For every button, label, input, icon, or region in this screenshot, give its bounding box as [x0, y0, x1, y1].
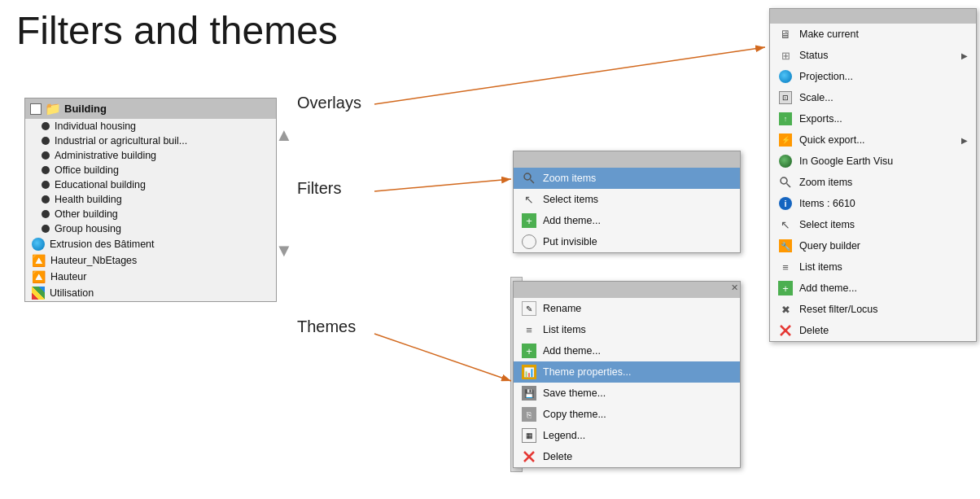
right-menu-item[interactable]: ↖ Select items	[770, 214, 976, 235]
themes-menu-item[interactable]: ✎ Rename	[514, 298, 740, 319]
right-menu-item[interactable]: ↑ Exports...	[770, 108, 976, 129]
layer-item[interactable]: Utilisation	[25, 285, 276, 301]
layer-item-label: Educational building	[55, 179, 146, 190]
scroll-down-arrow: ▼	[275, 242, 293, 260]
menu-item-icon: ↑	[778, 112, 793, 126]
menu-item-label: Add theme...	[543, 215, 732, 226]
layer-panel: 📁 Building Individual housingIndustrial …	[24, 98, 277, 302]
right-menu-item[interactable]: Zoom items	[770, 172, 976, 193]
layer-item-label: Utilisation	[50, 287, 94, 299]
menu-item-label: Save theme...	[543, 387, 732, 399]
qb-icon: 🔧	[779, 239, 792, 252]
layer-item[interactable]: Industrial or agricultural buil...	[25, 134, 276, 148]
menu-item-label: Status	[799, 50, 955, 61]
menu-item-label: Make current	[799, 28, 968, 40]
layer-items-list: Individual housingIndustrial or agricult…	[25, 119, 276, 301]
select-icon: ↖	[524, 193, 534, 206]
themes-menu-item[interactable]: 💾 Save theme...	[514, 383, 740, 404]
layer-item-label: Health building	[55, 194, 122, 205]
right-menu-item[interactable]: Projection...	[770, 66, 976, 87]
menu-item-label: Select items	[543, 194, 732, 205]
layer-dot-icon	[42, 137, 50, 145]
menu-item-icon: ▦	[522, 428, 536, 443]
layer-dot-icon	[42, 166, 50, 174]
layer-item[interactable]: Administrative building	[25, 148, 276, 163]
themes-arrow	[374, 334, 511, 381]
themes-menu-item[interactable]: Delete	[514, 446, 740, 467]
menu-item-icon: 🔧	[778, 239, 793, 253]
menu-item-icon	[778, 175, 793, 190]
filter-menu-item[interactable]: ↖ Select items	[514, 189, 740, 210]
menu-item-label: Delete	[543, 451, 732, 462]
menu-item-icon	[778, 323, 793, 338]
menu-item-label: Reset filter/Locus	[799, 304, 968, 315]
filter-menu-item[interactable]: + Add theme...	[514, 210, 740, 231]
label-overlays: Overlays	[297, 94, 361, 112]
right-context-menu: 🖥 Make current ⊞ Status ▶ Projection... …	[769, 8, 977, 342]
scroll-up-arrow: ▲	[275, 126, 293, 144]
colorful-icon	[32, 287, 45, 300]
menu-item-icon: 🖥	[778, 27, 793, 42]
filter-menu-item[interactable]: Zoom items	[514, 168, 740, 189]
themes-menu-item[interactable]: 📊 Theme properties...	[514, 361, 740, 383]
menu-item-icon: 💾	[522, 386, 536, 401]
right-menu-item[interactable]: In Google Earth Visu	[770, 151, 976, 172]
layer-item[interactable]: Group housing	[25, 221, 276, 236]
themes-menu-item[interactable]: ≡ List items	[514, 319, 740, 340]
right-menu-item[interactable]: ⊞ Status ▶	[770, 45, 976, 66]
resize-icon: ⊡	[779, 91, 792, 104]
menu-item-icon: ⚡	[778, 133, 793, 147]
menu-item-icon: +	[778, 281, 793, 295]
close-icon: ✕	[731, 282, 738, 293]
submenu-arrow: ▶	[961, 51, 968, 60]
layer-dot-icon	[42, 195, 50, 204]
themes-menu-item[interactable]: ⎘ Copy theme...	[514, 404, 740, 425]
menu-item-icon: ≡	[522, 322, 536, 337]
themes-menu-item[interactable]: + Add theme...	[514, 340, 740, 361]
right-menu-item[interactable]: ✖ Reset filter/Locus	[770, 299, 976, 320]
layer-item[interactable]: Extrusion des Bâtiment	[25, 236, 276, 252]
menu-item-label: Exports...	[799, 113, 968, 125]
layer-item[interactable]: 🔼Hauteur_NbEtages	[25, 252, 276, 269]
layer-dot-icon	[42, 181, 50, 189]
layer-item[interactable]: Health building	[25, 192, 276, 207]
menu-item-icon	[522, 234, 536, 249]
menu-item-label: Put invisible	[543, 236, 732, 247]
earth-icon	[779, 155, 792, 168]
right-menu-item[interactable]: i Items : 6610	[770, 193, 976, 214]
menu-item-label: Select items	[799, 219, 968, 230]
right-menu-item[interactable]: ⚡ Quick export... ▶	[770, 129, 976, 151]
menu-item-label: Projection...	[799, 71, 968, 82]
right-menu-item[interactable]: Delete	[770, 320, 976, 341]
themes-menu-item[interactable]: ▦ Legend...	[514, 425, 740, 446]
menu-item-icon: ≡	[778, 260, 793, 274]
layer-item[interactable]: Individual housing	[25, 119, 276, 134]
layer-panel-header: 📁 Building	[25, 98, 276, 119]
right-menu-item[interactable]: ≡ List items	[770, 256, 976, 278]
layer-dot-icon	[42, 122, 50, 130]
menu-item-icon	[778, 69, 793, 84]
filter-menu-item[interactable]: Put invisible	[514, 231, 740, 252]
delete-red-icon	[779, 324, 792, 337]
right-menu-item[interactable]: 🔧 Query builder	[770, 235, 976, 256]
right-menu-item[interactable]: 🖥 Make current	[770, 24, 976, 45]
layer-item[interactable]: Other building	[25, 207, 276, 221]
menu-item-label: Rename	[543, 303, 732, 314]
svg-line-1	[531, 180, 535, 184]
overlays-arrow	[374, 47, 765, 104]
layer-item[interactable]: 🔼Hauteur	[25, 269, 276, 285]
collapse-icon	[30, 103, 42, 115]
filters-context-menu: Zoom items ↖ Select items + Add theme...…	[513, 151, 741, 253]
zoom-icon	[522, 171, 536, 186]
menu-item-icon	[522, 449, 536, 464]
menu-item-label: Theme properties...	[543, 366, 732, 378]
menu-item-icon: ↖	[522, 192, 536, 207]
add-theme-icon: +	[522, 213, 536, 228]
right-menu-item[interactable]: + Add theme...	[770, 278, 976, 299]
right-menu-item[interactable]: ⊡ Scale...	[770, 87, 976, 108]
layer-item[interactable]: Office building	[25, 163, 276, 177]
layer-item[interactable]: Educational building	[25, 177, 276, 192]
menu-item-label: Zoom items	[543, 173, 732, 184]
menu-item-icon: ↖	[778, 217, 793, 232]
globe-icon	[32, 238, 45, 251]
